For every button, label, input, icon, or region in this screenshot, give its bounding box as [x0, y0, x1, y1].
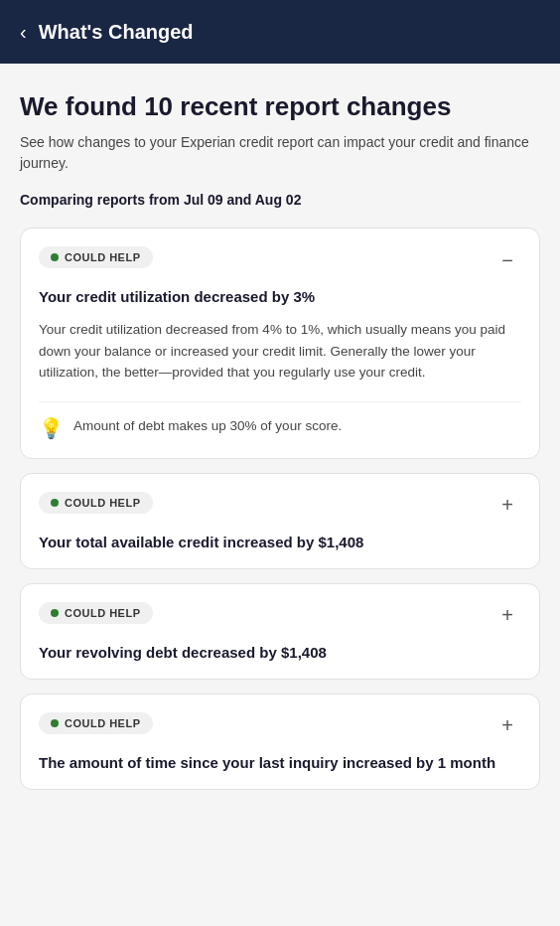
- badge-dot-4: [51, 719, 59, 727]
- badge-could-help-4: COULD HELP: [39, 712, 153, 734]
- card-description-1: Your credit utilization decreased from 4…: [39, 319, 521, 384]
- card-toggle-2[interactable]: +: [493, 492, 521, 520]
- badge-could-help-1: COULD HELP: [39, 246, 153, 268]
- badge-dot-1: [51, 253, 59, 261]
- card-header-4: COULD HELP +: [21, 694, 539, 740]
- card-revolving-debt: COULD HELP + Your revolving debt decreas…: [20, 583, 540, 680]
- card-title-1: Your credit utilization decreased by 3%: [39, 286, 521, 307]
- card-body-4: The amount of time since your last inqui…: [21, 740, 539, 789]
- card-tip-1: 💡 Amount of debt makes up 30% of your sc…: [39, 401, 521, 440]
- badge-label-3: COULD HELP: [65, 607, 141, 619]
- card-credit-utilization: COULD HELP − Your credit utilization dec…: [20, 228, 540, 459]
- back-button[interactable]: ‹: [20, 21, 27, 44]
- main-heading: We found 10 recent report changes: [20, 91, 540, 122]
- card-body-1: Your credit utilization decreased by 3% …: [21, 274, 539, 458]
- card-toggle-1[interactable]: −: [493, 246, 521, 274]
- badge-could-help-2: COULD HELP: [39, 492, 153, 514]
- badge-dot-3: [51, 609, 59, 617]
- card-title-4: The amount of time since your last inqui…: [39, 752, 521, 773]
- card-body-3: Your revolving debt decreased by $1,408: [21, 630, 539, 679]
- tip-bulb-icon: 💡: [39, 416, 64, 440]
- card-available-credit: COULD HELP + Your total available credit…: [20, 473, 540, 569]
- badge-label-2: COULD HELP: [65, 497, 141, 509]
- tip-text-1: Amount of debt makes up 30% of your scor…: [73, 416, 342, 436]
- page-title: What's Changed: [39, 21, 194, 44]
- card-header-2: COULD HELP +: [21, 474, 539, 520]
- card-title-3: Your revolving debt decreased by $1,408: [39, 642, 521, 663]
- card-toggle-3[interactable]: +: [493, 602, 521, 630]
- card-title-2: Your total available credit increased by…: [39, 532, 521, 552]
- card-header-1: COULD HELP −: [21, 229, 539, 274]
- card-last-inquiry: COULD HELP + The amount of time since yo…: [20, 694, 540, 790]
- badge-dot-2: [51, 499, 59, 507]
- main-content: We found 10 recent report changes See ho…: [0, 64, 560, 824]
- badge-label-1: COULD HELP: [65, 251, 141, 263]
- badge-label-4: COULD HELP: [65, 717, 141, 729]
- badge-could-help-3: COULD HELP: [39, 602, 153, 624]
- card-toggle-4[interactable]: +: [493, 712, 521, 740]
- sub-description: See how changes to your Experian credit …: [20, 132, 540, 174]
- card-body-2: Your total available credit increased by…: [21, 520, 539, 568]
- card-header-3: COULD HELP +: [21, 584, 539, 630]
- header: ‹ What's Changed: [0, 0, 560, 64]
- comparing-label: Comparing reports from Jul 09 and Aug 02: [20, 192, 540, 208]
